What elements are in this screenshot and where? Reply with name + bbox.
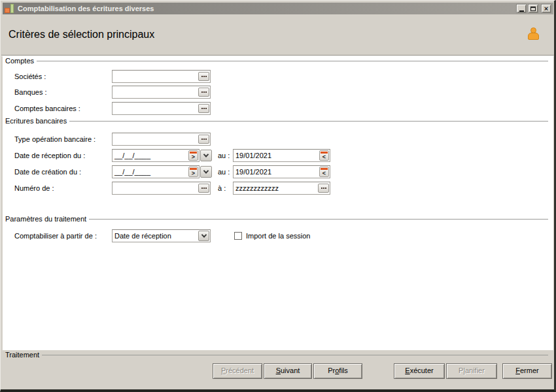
row-type-operation: Type opération bancaire : <box>3 133 553 146</box>
executer-button[interactable]: Exécuter <box>394 363 445 379</box>
type-operation-input[interactable] <box>112 133 211 146</box>
app-icon <box>5 4 14 13</box>
app-icon-green-bar <box>10 4 14 13</box>
banques-input[interactable] <box>112 86 211 99</box>
row-banques: Banques : <box>3 86 553 99</box>
group-label: Comptes <box>5 57 34 65</box>
row-societes: Sociétés : <box>3 70 553 83</box>
group-rule <box>42 355 548 355</box>
chevron-down-icon <box>201 232 206 237</box>
calendar-dropdown-button[interactable] <box>200 166 212 178</box>
numero-label: Numéro de : <box>14 184 54 192</box>
maximize-button[interactable] <box>528 4 538 13</box>
group-label: Paramètres du traitement <box>5 215 86 223</box>
precedent-button[interactable]: Précédent <box>213 363 262 379</box>
date-creation-to-label: au : <box>218 168 230 176</box>
societes-label: Sociétés : <box>14 73 46 80</box>
window-title: Comptabilisation des écritures diverses <box>18 5 515 12</box>
row-numero: Numéro de : à : zzzzzzzzzzzz <box>3 182 553 195</box>
ellipsis-icon[interactable] <box>198 72 209 81</box>
maximize-icon <box>530 7 536 11</box>
person-icon-body <box>528 33 539 40</box>
group-ecritures: Ecritures bancaires <box>5 117 548 125</box>
date-reception-from-input[interactable]: __/__/____ > <box>112 149 200 162</box>
group-label: Traitement <box>5 351 39 359</box>
group-rule <box>89 219 548 220</box>
group-rule <box>69 121 548 122</box>
numero-to-input[interactable]: zzzzzzzzzzzz <box>233 182 330 195</box>
date-creation-to-input[interactable]: 19/01/2021 < <box>233 165 330 178</box>
numero-to-label: à : <box>218 184 226 192</box>
fermer-button[interactable]: Fermer <box>502 363 552 379</box>
numero-to-value: zzzzzzzzzzzz <box>234 184 318 192</box>
chevron-down-icon <box>203 152 209 157</box>
ellipsis-icon[interactable] <box>198 135 209 144</box>
societes-input[interactable] <box>112 70 211 83</box>
group-traitement: Traitement <box>5 351 548 359</box>
group-rule <box>37 61 548 61</box>
copy-date-right-icon[interactable]: > <box>188 150 198 161</box>
calendar-dropdown-button[interactable] <box>200 150 212 161</box>
group-comptes: Comptes <box>5 57 548 65</box>
comptabiliser-select[interactable]: Date de réception <box>112 229 211 242</box>
date-creation-from-value: __/__/____ <box>113 168 188 176</box>
date-reception-label: Date de réception du : <box>14 152 85 159</box>
suivant-button[interactable]: Suivant <box>264 363 312 379</box>
row-comptabiliser: Comptabiliser à partir de : Date de réce… <box>3 229 553 242</box>
copy-date-left-icon[interactable]: < <box>319 150 329 161</box>
footer: Traitement Précédent Suivant Profils Exé… <box>3 350 553 389</box>
date-reception-from-value: __/__/____ <box>113 152 188 159</box>
profils-button[interactable]: Profils <box>313 363 362 379</box>
comptabiliser-label: Comptabiliser à partir de : <box>14 232 97 240</box>
ellipsis-icon[interactable] <box>198 88 209 97</box>
chevron-down-icon <box>203 168 209 173</box>
ellipsis-icon[interactable] <box>198 104 209 113</box>
person-icon[interactable] <box>528 27 539 40</box>
banques-label: Banques : <box>14 88 47 96</box>
orange-bar <box>321 152 328 154</box>
type-operation-label: Type opération bancaire : <box>14 135 96 143</box>
orange-bar <box>190 168 197 170</box>
date-creation-label: Date de création du : <box>14 168 81 176</box>
copy-date-right-icon[interactable]: > <box>188 167 198 177</box>
comptabiliser-value: Date de réception <box>113 232 198 240</box>
group-parametres: Paramètres du traitement <box>5 215 548 223</box>
import-session-checkbox[interactable] <box>234 232 242 240</box>
comptes-bancaires-input[interactable] <box>112 102 211 115</box>
page-title: Critères de sélection principaux <box>9 29 154 41</box>
planifier-button[interactable]: Planifier <box>446 363 497 379</box>
group-label: Ecritures bancaires <box>5 117 67 125</box>
close-icon: × <box>544 5 548 12</box>
date-reception-to-label: au : <box>218 152 230 159</box>
ellipsis-icon[interactable] <box>318 184 329 193</box>
minimize-icon <box>519 10 524 12</box>
row-comptes-bancaires: Comptes bancaires : <box>3 102 553 115</box>
copy-date-left-icon[interactable]: < <box>319 167 329 177</box>
orange-bar <box>321 168 328 170</box>
ellipsis-icon[interactable] <box>198 184 209 193</box>
form-area: Comptes Sociétés : Banques : Comptes ban… <box>3 56 553 350</box>
dialog-window: Comptabilisation des écritures diverses … <box>0 0 556 392</box>
date-creation-from-input[interactable]: __/__/____ > <box>112 165 200 178</box>
date-creation-to-value: 19/01/2021 <box>234 168 319 176</box>
close-button[interactable]: × <box>541 4 551 13</box>
minimize-button[interactable] <box>516 4 527 13</box>
orange-bar <box>190 152 197 154</box>
row-date-reception: Date de réception du : __/__/____ > au :… <box>3 149 553 162</box>
row-date-creation: Date de création du : __/__/____ > au : … <box>3 165 553 178</box>
combo-dropdown-button[interactable] <box>198 231 209 241</box>
import-session-label: Import de la session <box>246 232 310 240</box>
comptes-bancaires-label: Comptes bancaires : <box>14 105 80 112</box>
title-bar[interactable]: Comptabilisation des écritures diverses … <box>3 3 553 14</box>
date-reception-to-input[interactable]: 19/01/2021 < <box>233 149 330 162</box>
numero-from-input[interactable] <box>112 182 211 195</box>
app-icon-orange-square <box>5 8 10 13</box>
date-reception-to-value: 19/01/2021 <box>234 152 319 159</box>
